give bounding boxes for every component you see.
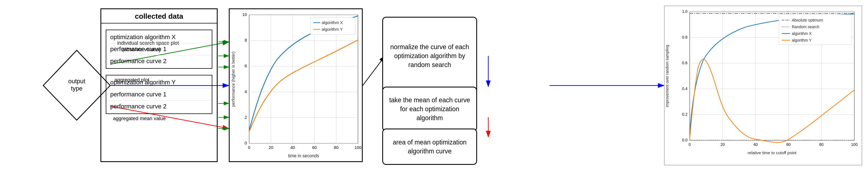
algo-x-curve2: performance curve 2 — [106, 55, 212, 67]
performance-chart-svg: 0 2 4 6 8 10 0 20 40 60 80 100 — [229, 9, 364, 163]
diagram: output type individual search space plot… — [0, 0, 868, 171]
svg-text:0: 0 — [245, 141, 247, 145]
algo-y-name: optimization algorithm Y — [106, 77, 212, 89]
svg-text:6: 6 — [245, 63, 247, 68]
svg-text:40: 40 — [290, 145, 295, 150]
svg-text:time in seconds: time in seconds — [288, 153, 319, 158]
algo-x-name: optimization algorithm X — [106, 31, 212, 43]
svg-text:type: type — [71, 85, 83, 92]
svg-text:0.0: 0.0 — [682, 138, 688, 142]
algo-y-curve1: performance curve 1 — [106, 89, 212, 101]
svg-text:20: 20 — [720, 142, 725, 147]
svg-text:40: 40 — [753, 142, 758, 147]
svg-text:80: 80 — [819, 142, 824, 147]
svg-text:algorithm X: algorithm X — [322, 20, 343, 25]
svg-text:0.2: 0.2 — [682, 112, 688, 116]
collected-data-box: collected data optimization algorithm X … — [100, 8, 218, 162]
svg-text:performance (higher is better): performance (higher is better) — [231, 51, 236, 107]
svg-text:relative time to cutoff point: relative time to cutoff point — [748, 150, 797, 155]
mean-text: take the mean of each curve for each opt… — [389, 95, 471, 123]
svg-text:100: 100 — [354, 145, 361, 150]
svg-text:algorithm X: algorithm X — [792, 31, 812, 36]
svg-text:algorithm Y: algorithm Y — [322, 27, 343, 32]
svg-text:4: 4 — [245, 89, 247, 94]
svg-text:8: 8 — [245, 38, 247, 42]
algo-group-x: optimization algorithm X performance cur… — [106, 30, 212, 69]
svg-text:60: 60 — [312, 145, 317, 150]
svg-text:0: 0 — [248, 145, 250, 150]
svg-text:0.6: 0.6 — [682, 61, 688, 65]
svg-text:1.0: 1.0 — [682, 9, 688, 14]
algo-group-y: optimization algorithm Y performance cur… — [106, 75, 212, 114]
svg-text:0: 0 — [689, 142, 691, 147]
algo-x-curve1: performance curve 1 — [106, 43, 212, 55]
svg-text:60: 60 — [786, 142, 791, 147]
svg-text:10: 10 — [242, 12, 247, 17]
mean-box: take the mean of each curve for each opt… — [382, 87, 477, 131]
svg-text:output: output — [68, 78, 85, 85]
collected-data-title: collected data — [101, 9, 217, 24]
svg-text:Random search: Random search — [792, 25, 819, 29]
final-chart-svg: 0.0 0.2 0.4 0.6 0.8 1.0 0 20 40 60 80 — [664, 6, 863, 166]
svg-text:20: 20 — [269, 145, 273, 150]
area-box: area of mean optimization algorithm curv… — [382, 129, 477, 165]
svg-text:0.8: 0.8 — [682, 35, 688, 39]
final-chart-box: 0.0 0.2 0.4 0.6 0.8 1.0 0 20 40 60 80 — [664, 6, 862, 165]
performance-chart-box: 0 2 4 6 8 10 0 20 40 60 80 100 — [229, 8, 363, 162]
algo-y-curve2: performance curve 2 — [106, 101, 212, 112]
svg-text:80: 80 — [334, 145, 339, 150]
svg-marker-0 — [43, 50, 110, 120]
svg-text:0.4: 0.4 — [682, 86, 688, 91]
svg-text:Absolute optimum: Absolute optimum — [792, 18, 823, 22]
area-text: area of mean optimization algorithm curv… — [389, 138, 471, 155]
normalize-box: normalize the curve of each optimization… — [382, 17, 477, 95]
svg-text:improvement over random sampli: improvement over random sampling — [665, 45, 669, 107]
svg-line-16 — [363, 56, 385, 86]
svg-text:2: 2 — [245, 115, 247, 120]
svg-text:algorithm Y: algorithm Y — [792, 38, 812, 42]
normalize-text: normalize the curve of each optimization… — [389, 42, 471, 69]
svg-text:100: 100 — [851, 142, 858, 147]
